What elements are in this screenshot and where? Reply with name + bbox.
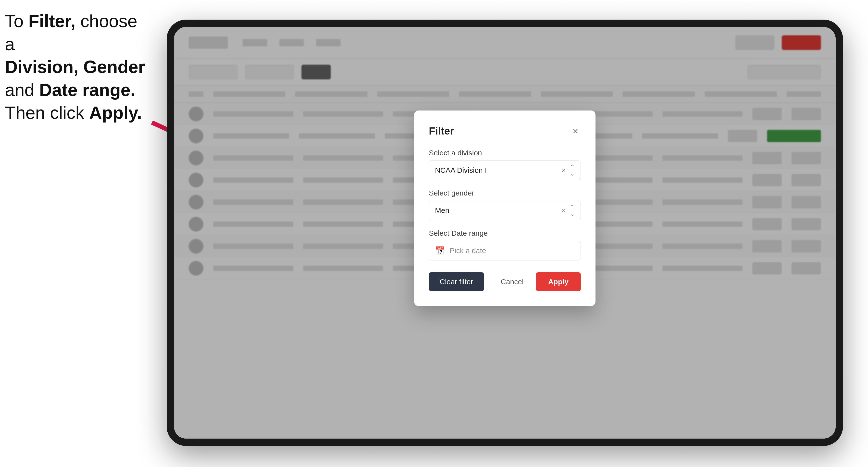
division-arrow-icon: ⌃⌄ <box>570 163 575 177</box>
clear-filter-button[interactable]: Clear filter <box>429 272 484 291</box>
bold-division-gender: Division, Gender <box>5 57 145 77</box>
gender-label: Select gender <box>429 189 581 197</box>
modal-close-button[interactable]: × <box>570 126 581 136</box>
close-icon: × <box>573 126 578 136</box>
division-label: Select a division <box>429 149 581 157</box>
modal-overlay: Filter × Select a division NCAA Division… <box>174 27 836 439</box>
gender-arrow-icon: ⌃⌄ <box>570 204 575 217</box>
division-field: Select a division NCAA Division I × ⌃⌄ <box>429 149 581 180</box>
modal-footer: Clear filter Cancel Apply <box>429 272 581 291</box>
division-select-value: NCAA Division I <box>435 166 487 175</box>
division-select[interactable]: NCAA Division I × ⌃⌄ <box>429 160 581 180</box>
gender-clear-icon[interactable]: × <box>561 206 566 215</box>
tablet-screen: Filter × Select a division NCAA Division… <box>174 27 836 439</box>
gender-select-controls: × ⌃⌄ <box>561 204 575 217</box>
filter-modal: Filter × Select a division NCAA Division… <box>414 111 595 306</box>
instruction-text: To Filter, choose a Division, Gender and… <box>5 10 147 124</box>
date-range-input[interactable]: 📅 Pick a date <box>429 241 581 260</box>
modal-title: Filter <box>429 125 454 137</box>
modal-header: Filter × <box>429 125 581 137</box>
date-range-field: Select Date range 📅 Pick a date <box>429 229 581 260</box>
bold-apply: Apply. <box>89 103 142 123</box>
bold-date-range: Date range. <box>39 80 135 100</box>
cancel-button[interactable]: Cancel <box>493 272 531 291</box>
division-select-controls: × ⌃⌄ <box>561 163 575 177</box>
tablet-device: Filter × Select a division NCAA Division… <box>167 20 843 446</box>
date-range-placeholder: Pick a date <box>450 247 486 255</box>
apply-button[interactable]: Apply <box>536 272 581 291</box>
gender-select-value: Men <box>435 206 449 215</box>
division-clear-icon[interactable]: × <box>561 166 566 175</box>
gender-select[interactable]: Men × ⌃⌄ <box>429 201 581 220</box>
gender-field: Select gender Men × ⌃⌄ <box>429 189 581 220</box>
calendar-icon: 📅 <box>435 246 445 255</box>
bold-filter: Filter, <box>28 11 75 31</box>
date-range-label: Select Date range <box>429 229 581 238</box>
